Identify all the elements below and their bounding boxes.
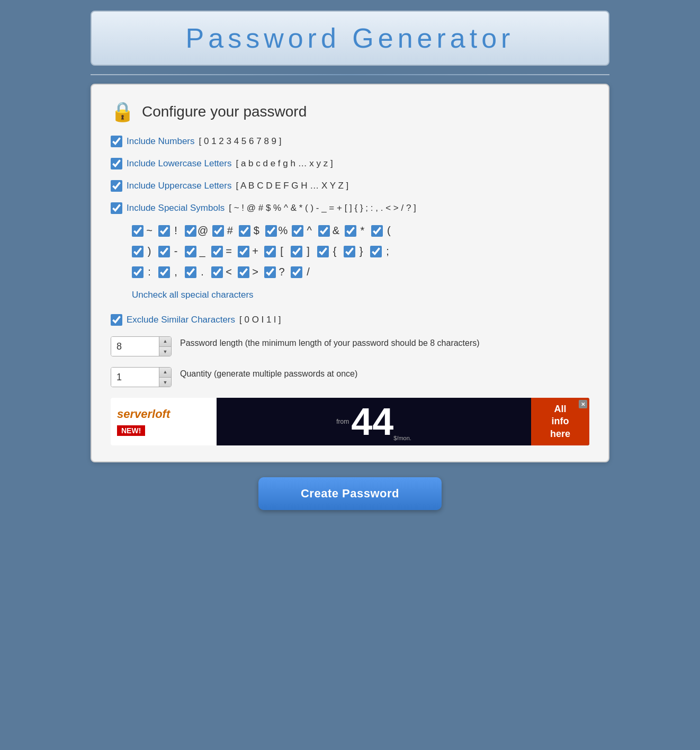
special-char-checkbox-gt[interactable]: [238, 266, 249, 278]
ad-left: serverloft NEW!: [111, 398, 217, 445]
special-item: ^: [292, 225, 314, 237]
special-char-checkbox-cparen[interactable]: [132, 246, 143, 257]
ad-banner: serverloft NEW! from 44 $/mon. ✕ All inf…: [111, 398, 589, 445]
create-password-button[interactable]: Create Password: [258, 477, 442, 510]
spinner-buttons-quantity: ▲ ▼: [159, 367, 171, 387]
length-decrement-button[interactable]: ▼: [159, 347, 171, 357]
special-item: @: [185, 225, 208, 237]
special-char-checkbox-caret[interactable]: [292, 225, 303, 237]
quantity-label: Quantity (generate multiple passwords at…: [180, 367, 357, 380]
special-char-amp: &: [331, 225, 340, 237]
include-numbers-label[interactable]: Include Numbers: [127, 136, 195, 147]
include-uppercase-label[interactable]: Include Uppercase Letters: [127, 181, 231, 191]
header-box: Password Generator: [91, 11, 609, 66]
include-numbers-checkbox[interactable]: [111, 136, 122, 147]
option-row-lowercase: Include Lowercase Letters [ a b c d e f …: [111, 158, 589, 169]
page-wrapper: Password Generator 🔒 Configure your pass…: [91, 11, 609, 510]
special-item: ,: [158, 266, 181, 278]
special-char-checkbox-equals[interactable]: [211, 246, 223, 257]
quantity-input[interactable]: [111, 367, 159, 387]
special-char-checkbox-period[interactable]: [185, 266, 196, 278]
special-char-checkbox-comma[interactable]: [158, 266, 170, 278]
special-char-cparen: ): [145, 245, 154, 257]
special-char-checkbox-dash[interactable]: [158, 246, 170, 257]
special-char-checkbox-amp[interactable]: [318, 225, 330, 237]
special-char-checkbox-tilde[interactable]: [132, 225, 143, 237]
include-lowercase-label[interactable]: Include Lowercase Letters: [127, 158, 231, 169]
special-char-oparen: (: [384, 225, 393, 237]
special-row-1: ~ ! @ # $: [132, 225, 589, 240]
configure-title: Configure your password: [142, 103, 307, 120]
special-char-checkbox-plus[interactable]: [238, 246, 249, 257]
special-item: ]: [291, 245, 313, 257]
special-char-dollar: $: [252, 225, 261, 237]
special-char-hash: #: [225, 225, 235, 237]
ad-cta-line2: info: [552, 415, 569, 427]
include-lowercase-checkbox[interactable]: [111, 158, 122, 169]
special-char-checkbox-oparen[interactable]: [371, 225, 383, 237]
special-row-3: : , . < >: [132, 266, 589, 281]
special-item: /: [291, 266, 313, 278]
special-char-ocurly: {: [330, 245, 339, 257]
special-char-checkbox-star[interactable]: [345, 225, 356, 237]
special-char-colon: :: [145, 266, 154, 278]
special-char-semicolon: ;: [383, 245, 392, 257]
special-char-checkbox-colon[interactable]: [132, 266, 143, 278]
include-special-label[interactable]: Include Special Symbols: [127, 203, 225, 213]
special-char-checkbox-semicolon[interactable]: [370, 246, 382, 257]
special-char-checkbox-cbracket[interactable]: [291, 246, 302, 257]
password-length-input[interactable]: [111, 336, 159, 356]
exclude-similar-checkbox[interactable]: [111, 314, 122, 326]
special-char-checkbox-question[interactable]: [264, 266, 276, 278]
special-char-checkbox-percent[interactable]: [265, 225, 277, 237]
special-item: #: [212, 225, 235, 237]
special-char-checkbox-ccurly[interactable]: [344, 246, 355, 257]
quantity-decrement-button[interactable]: ▼: [159, 378, 171, 388]
ad-right[interactable]: ✕ All info here: [531, 398, 589, 445]
special-char-caret: ^: [304, 225, 314, 237]
special-item: {: [317, 245, 339, 257]
include-special-checkbox[interactable]: [111, 202, 122, 214]
ad-price-from: from: [336, 418, 349, 425]
main-card: 🔒 Configure your password Include Number…: [91, 84, 609, 462]
ad-close-button[interactable]: ✕: [579, 400, 587, 408]
quantity-increment-button[interactable]: ▲: [159, 367, 171, 378]
special-char-checkbox-at[interactable]: [185, 225, 196, 237]
special-item: <: [211, 266, 234, 278]
special-item: =: [211, 245, 234, 257]
password-length-spinner: ▲ ▼: [111, 336, 172, 356]
special-item: %: [265, 225, 288, 237]
special-item: *: [345, 225, 367, 237]
special-char-checkbox-slash[interactable]: [291, 266, 302, 278]
special-char-cbracket: ]: [303, 245, 313, 257]
special-item: !: [158, 225, 181, 237]
special-char-checkbox-dollar[interactable]: [239, 225, 250, 237]
include-special-chars: [ ~ ! @ # $ % ^ & * ( ) - _ = + [ ] { } …: [229, 203, 416, 213]
special-char-checkbox-lt[interactable]: [211, 266, 223, 278]
header-divider: [91, 74, 609, 75]
special-item: [: [264, 245, 286, 257]
ad-cta-line3: here: [550, 428, 570, 440]
special-char-checkbox-hash[interactable]: [212, 225, 224, 237]
special-char-at: @: [198, 225, 208, 237]
special-char-period: .: [198, 266, 207, 278]
special-char-lt: <: [224, 266, 234, 278]
special-char-checkbox-underscore[interactable]: [185, 246, 196, 257]
include-lowercase-chars: [ a b c d e f g h … x y z ]: [236, 158, 333, 169]
special-char-checkbox-ocurly[interactable]: [317, 246, 329, 257]
length-increment-button[interactable]: ▲: [159, 336, 171, 347]
special-chars-grid: ~ ! @ # $: [132, 225, 589, 281]
page-title: Password Generator: [102, 22, 598, 54]
special-item: ;: [370, 245, 392, 257]
uncheck-all-link[interactable]: Uncheck all special characters: [132, 290, 254, 300]
exclude-similar-label[interactable]: Exclude Similar Characters: [127, 315, 235, 325]
special-char-checkbox-obracket[interactable]: [264, 246, 276, 257]
special-char-plus: +: [250, 245, 260, 257]
special-item: >: [238, 266, 260, 278]
special-char-checkbox-exclaim[interactable]: [158, 225, 170, 237]
include-uppercase-checkbox[interactable]: [111, 180, 122, 192]
special-char-equals: =: [224, 245, 234, 257]
ad-brand: serverloft: [117, 407, 170, 421]
special-char-obracket: [: [277, 245, 286, 257]
special-item: }: [344, 245, 366, 257]
